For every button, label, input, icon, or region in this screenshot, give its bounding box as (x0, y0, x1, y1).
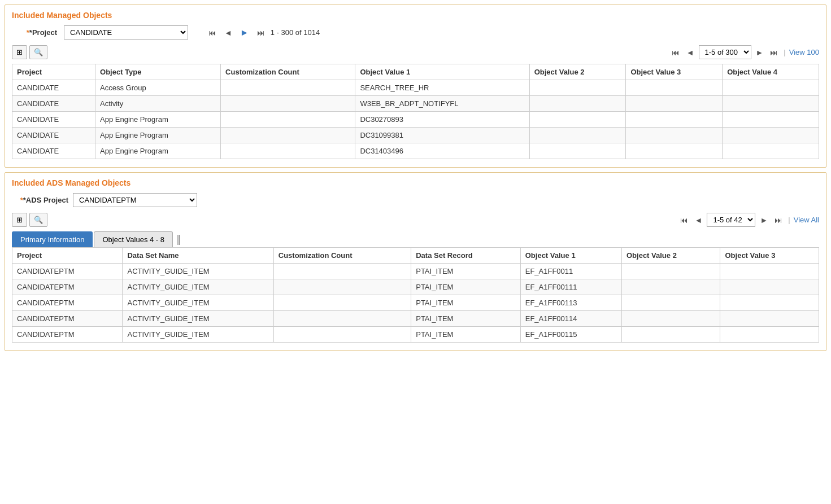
table-row: CANDIDATEApp Engine ProgramDC31099381 (12, 128, 819, 143)
tb-next-btn[interactable]: ► (754, 47, 766, 58)
ads-tb-prev-btn[interactable]: ◄ (693, 214, 705, 226)
tb-prev-btn[interactable]: ◄ (684, 47, 697, 58)
table-body: CANDIDATEAccess GroupSEARCH_TREE_HRCANDI… (12, 80, 819, 159)
tab-primary-information[interactable]: Primary Information (12, 231, 93, 247)
cell-1-3: W3EB_BR_ADPT_NOTIFYFL (355, 96, 529, 112)
ads-grid-btn[interactable]: ⊞ (12, 213, 27, 227)
ads-cell-2-1: ACTIVITY_GUIDE_ITEM (123, 295, 273, 311)
cell-1-4 (529, 96, 626, 112)
ads-cell-0-0: CANDIDATEPTM (12, 264, 123, 279)
cell-0-6 (723, 80, 819, 96)
ads-cell-4-5 (622, 327, 720, 343)
cell-2-3: DC30270893 (355, 112, 529, 128)
last-page-btn[interactable]: ⏭ (255, 27, 267, 38)
pagination-range: 1 - 300 of 1014 (271, 28, 320, 37)
table-row: CANDIDATEPTMACTIVITY_GUIDE_ITEMPTAI_ITEM… (12, 327, 819, 343)
table-row: CANDIDATEApp Engine ProgramDC31403496 (12, 143, 819, 159)
ads-tb-first-btn[interactable]: ⏮ (678, 214, 690, 226)
col-object-value2: Object Value 2 (529, 64, 626, 80)
ads-project-row: **ADS Project CANDIDATEPTM (12, 193, 819, 207)
ads-cell-0-4: EF_A1FF0011 (520, 264, 621, 279)
cell-1-2 (221, 96, 355, 112)
table-row: CANDIDATEApp Engine ProgramDC30270893 (12, 112, 819, 128)
cell-3-1: App Engine Program (95, 128, 221, 143)
ads-cell-0-3: PTAI_ITEM (411, 264, 521, 279)
table-row: CANDIDATEPTMACTIVITY_GUIDE_ITEMPTAI_ITEM… (12, 311, 819, 327)
cell-4-0: CANDIDATE (12, 143, 95, 159)
col-object-value4: Object Value 4 (723, 64, 819, 80)
ads-table-header: Project Data Set Name Customization Coun… (12, 248, 819, 264)
ads-tb-next-btn[interactable]: ► (758, 214, 770, 226)
header-row: Project Object Type Customization Count … (12, 64, 819, 80)
col-object-value3: Object Value 3 (626, 64, 723, 80)
play-btn[interactable]: ► (238, 27, 251, 39)
cell-4-1: App Engine Program (95, 143, 221, 159)
ads-cell-4-0: CANDIDATEPTM (12, 327, 123, 343)
ads-cell-2-6 (720, 295, 819, 311)
divider1: | (784, 48, 785, 56)
tab-separator-icon: ‖ (176, 233, 181, 246)
table-row: CANDIDATEPTMACTIVITY_GUIDE_ITEMPTAI_ITEM… (12, 295, 819, 311)
ads-tb-last-btn[interactable]: ⏭ (772, 214, 785, 226)
cell-3-3: DC31099381 (355, 128, 529, 143)
ads-project-select[interactable]: CANDIDATEPTM (73, 193, 197, 207)
section-managed-objects: Included Managed Objects **Project CANDI… (5, 5, 826, 168)
project-label: **Project (12, 28, 57, 37)
ads-col-project: Project (12, 248, 123, 264)
ads-col-object-value2: Object Value 2 (622, 248, 720, 264)
ads-cell-1-2 (273, 279, 411, 295)
project-select[interactable]: CANDIDATE (64, 25, 188, 40)
section1-pagination: ⏮ ◄ ► ⏭ 1 - 300 of 1014 (206, 27, 320, 39)
ads-page-select[interactable]: 1-5 of 42 (707, 213, 755, 227)
ads-col-object-value3: Object Value 3 (720, 248, 819, 264)
section1-toolbar: ⊞ 🔍 ⏮ ◄ 1-5 of 300 ► ⏭ | View 100 (12, 45, 819, 59)
ads-cell-4-2 (273, 327, 411, 343)
section2-toolbar-left: ⊞ 🔍 (12, 213, 47, 227)
ads-cell-4-4: EF_A1FF00115 (520, 327, 621, 343)
cell-0-3: SEARCH_TREE_HR (355, 80, 529, 96)
cell-3-2 (221, 128, 355, 143)
ads-search-icon: 🔍 (34, 216, 43, 224)
tab-object-values-4-8[interactable]: Object Values 4 - 8 (94, 231, 173, 247)
ads-cell-1-6 (720, 279, 819, 295)
ads-search-btn[interactable]: 🔍 (29, 213, 47, 227)
page-select[interactable]: 1-5 of 300 (699, 45, 751, 59)
ads-cell-1-3: PTAI_ITEM (411, 279, 521, 295)
cell-2-5 (626, 112, 723, 128)
cell-4-2 (221, 143, 355, 159)
ads-cell-0-1: ACTIVITY_GUIDE_ITEM (123, 264, 273, 279)
search-btn[interactable]: 🔍 (29, 45, 47, 59)
ads-cell-4-3: PTAI_ITEM (411, 327, 521, 343)
project-row: **Project CANDIDATE ⏮ ◄ ► ⏭ 1 - 300 of 1… (12, 25, 819, 40)
ads-cell-3-5 (622, 311, 720, 327)
tb-first-btn[interactable]: ⏮ (669, 47, 682, 58)
cell-3-4 (529, 128, 626, 143)
col-object-value1: Object Value 1 (355, 64, 529, 80)
view-100-link[interactable]: View 100 (789, 48, 819, 56)
view-all-link[interactable]: View All (794, 216, 819, 224)
ads-cell-2-4: EF_A1FF00113 (520, 295, 621, 311)
section1-title: Included Managed Objects (12, 11, 819, 20)
table-row: CANDIDATEAccess GroupSEARCH_TREE_HR (12, 80, 819, 96)
ads-cell-2-5 (622, 295, 720, 311)
cell-3-0: CANDIDATE (12, 128, 95, 143)
ads-cell-1-0: CANDIDATEPTM (12, 279, 123, 295)
section2-toolbar-right: ⏮ ◄ 1-5 of 42 ► ⏭ | View All (678, 213, 819, 227)
table-header: Project Object Type Customization Count … (12, 64, 819, 80)
cell-3-5 (626, 128, 723, 143)
ads-cell-1-5 (622, 279, 720, 295)
search-icon: 🔍 (34, 48, 43, 56)
table-row: CANDIDATEPTMACTIVITY_GUIDE_ITEMPTAI_ITEM… (12, 264, 819, 279)
ads-cell-1-4: EF_A1FF00111 (520, 279, 621, 295)
section2-toolbar: ⊞ 🔍 ⏮ ◄ 1-5 of 42 ► ⏭ | View All (12, 213, 819, 227)
tb-last-btn[interactable]: ⏭ (768, 47, 780, 58)
ads-cell-3-0: CANDIDATEPTM (12, 311, 123, 327)
cell-0-5 (626, 80, 723, 96)
grid-btn[interactable]: ⊞ (12, 45, 27, 59)
ads-cell-2-0: CANDIDATEPTM (12, 295, 123, 311)
ads-cell-3-3: PTAI_ITEM (411, 311, 521, 327)
cell-3-6 (723, 128, 819, 143)
prev-page-btn[interactable]: ◄ (222, 27, 234, 38)
managed-objects-table: Project Object Type Customization Count … (12, 64, 819, 159)
first-page-btn[interactable]: ⏮ (206, 27, 219, 38)
